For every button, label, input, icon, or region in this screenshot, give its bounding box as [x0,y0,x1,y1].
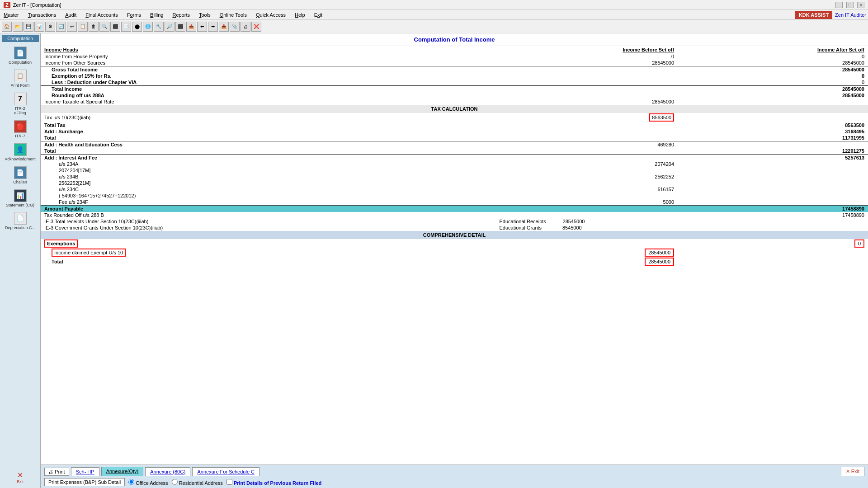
label-234a: u/s 234A [41,161,496,167]
tab-annexure-schedule-c[interactable]: Annexure For Schedule C [192,467,259,476]
close-button[interactable]: × [857,2,864,8]
toolbar-btn-24[interactable]: ❌ [251,22,261,32]
menu-help[interactable]: Help [293,11,307,19]
label-total-income: Total Income [41,86,496,93]
residential-address-label[interactable]: Residential Address [172,479,223,486]
toolbar-btn-16[interactable]: 🔎 [165,22,175,32]
menu-exit[interactable]: Exit [312,11,324,19]
tab-annexure-80g[interactable]: Annexure (80G) [145,467,190,476]
tab-sch-hp[interactable]: Sch- HP [71,467,99,476]
content-title: Computation of Total Income [414,36,495,43]
depreciation-icon: 📄 [14,212,27,225]
toolbar-btn-4[interactable]: 📊 [34,22,44,32]
print-details-checkbox[interactable] [226,479,232,485]
toolbar-btn-12[interactable]: 📑 [121,22,131,32]
val-total2: 12201275 [678,148,868,155]
toolbar-btn-1[interactable]: 🏠 [2,22,12,32]
menu-audit[interactable]: Audit [63,11,78,19]
toolbar-btn-5[interactable]: ⚙ [45,22,55,32]
val-less-deduction: 0 [678,79,868,86]
sidebar-item-challan[interactable]: 📄 Challan [2,164,39,187]
toolbar-btn-20[interactable]: ➡ [208,22,218,32]
maximize-button[interactable]: □ [846,2,854,8]
content-header: Computation of Total Income [41,33,868,46]
toolbar-btn-21[interactable]: 📥 [219,22,229,32]
exemptions-box: Exemptions [44,239,78,248]
ie3-1-col2: Educational Receipts 28545000 [496,218,678,225]
residential-address-radio[interactable] [172,479,178,485]
sidebar-item-exit[interactable]: ✕ Exit [2,469,39,486]
app-title: ZenIT - [Computation] [13,2,61,8]
label-total2: Total [41,148,496,155]
col-income-before: Income Before Set off [496,46,678,53]
office-address-radio[interactable] [128,479,134,485]
menu-forms[interactable]: Forms [125,11,143,19]
minimize-button[interactable]: _ [835,2,843,8]
office-address-label[interactable]: Office Address [128,479,168,486]
toolbar-btn-14[interactable]: 🌐 [143,22,153,32]
toolbar-btn-11[interactable]: ⬛ [110,22,120,32]
toolbar-btn-3[interactable]: 💾 [24,22,33,32]
sidebar-label-exit: Exit [17,479,24,484]
toolbar-btn-17[interactable]: ⬛ [175,22,185,32]
row-income-claimed: Income claimed Exempt U/s 10 28545000 [41,248,868,257]
label-house-property: Income from House Property [41,53,496,60]
print-expenses-button[interactable]: Print Expenses (B&P) Sub Detail [44,478,125,486]
menu-tools[interactable]: Tools [197,11,212,19]
menu-quick-access[interactable]: Quick Access [254,11,288,19]
sidebar-label-challan: Challan [13,180,27,185]
label-total-tax: Total Tax [41,122,496,128]
toolbar-btn-9[interactable]: 🗑 [89,22,99,32]
comprehensive-header: COMPREHENSIVE DETAIL [41,231,868,239]
exit-button[interactable]: ✕ Exit [841,467,864,476]
main-container: Computation 📄 Computation 📋 Print Form 7… [0,33,868,488]
toolbar-btn-6[interactable]: 🔄 [56,22,66,32]
print-details-label[interactable]: Print Details of Previous Return Filed [226,479,321,486]
label-234b-detail: 2562252[21M] [41,180,496,186]
menu-billing[interactable]: Billing [148,11,165,19]
sidebar-item-acknowledgment[interactable]: 👤 Acknowledgment [2,141,39,164]
sidebar-item-itr2[interactable]: 7 ITR-2 eFiling [2,91,39,118]
label-income-taxable-special: Income Taxable at Special Rate [41,99,496,105]
row-health-cess: Add : Health and Education Cess 469280 [41,141,868,148]
toolbar-btn-22[interactable]: 📎 [230,22,240,32]
sidebar-item-computation[interactable]: 📄 Computation [2,45,39,67]
sidebar-item-depreciation[interactable]: 📄 Depreciation C... [2,210,39,232]
val-health-cess-middle: 469280 [496,141,678,148]
sidebar-item-print-form[interactable]: 📋 Print Form [2,68,39,90]
col-income-after: Income After Set off [678,46,868,53]
total-exemptions-box: 28545000 [645,258,674,266]
itr7-icon: 🔴 [14,120,27,133]
val-gross-total: 28545000 [678,66,868,73]
sidebar-item-statement[interactable]: 📊 Statement (CG) [2,188,39,210]
sidebar-item-itr7[interactable]: 🔴 ITR-7 [2,118,39,141]
toolbar-btn-10[interactable]: 🔍 [99,22,109,32]
label-234c: u/s 234C [41,186,496,192]
toolbar-btn-2[interactable]: 📂 [13,22,23,32]
toolbar-btn-13[interactable]: ⬤ [132,22,142,32]
toolbar-btn-23[interactable]: 🖨 [241,22,250,32]
menu-transactions[interactable]: Transactions [26,11,58,19]
menu-final-accounts[interactable]: Final Accounts [84,11,120,19]
tab-row: 🖨 Print Sch- HP Annexure(Qty) Annexure (… [44,467,864,476]
toolbar-btn-15[interactable]: 🔧 [154,22,164,32]
val-exemptions-right: 0 [678,239,868,248]
toolbar-btn-7[interactable]: ↩ [67,22,77,32]
sidebar-tab-computation[interactable]: Computation [2,35,39,42]
tax-calc-header: TAX CALCULATION [41,105,868,113]
menu-master[interactable]: Master [2,11,21,19]
tab-annexure-qty[interactable]: Annexure(Qty) [101,467,144,476]
toolbar-btn-19[interactable]: ⬅ [197,22,207,32]
exemptions-right-box: 0 [854,239,864,248]
kdk-assist-button[interactable]: KDK ASSIST [795,11,832,19]
val-234c: 616157 [496,186,678,192]
menu-reports[interactable]: Reports [170,11,192,19]
val-total-income: 28545000 [678,86,868,93]
row-exemptions-header: Exemptions 0 [41,239,868,248]
print-button[interactable]: 🖨 Print [44,468,69,476]
menu-online-tools[interactable]: Online Tools [218,11,249,19]
toolbar-btn-8[interactable]: 📋 [78,22,88,32]
toolbar-btn-18[interactable]: 📤 [186,22,196,32]
sidebar-label-statement: Statement (CG) [6,203,34,208]
val-tax-rounded: 17458890 [678,212,868,218]
